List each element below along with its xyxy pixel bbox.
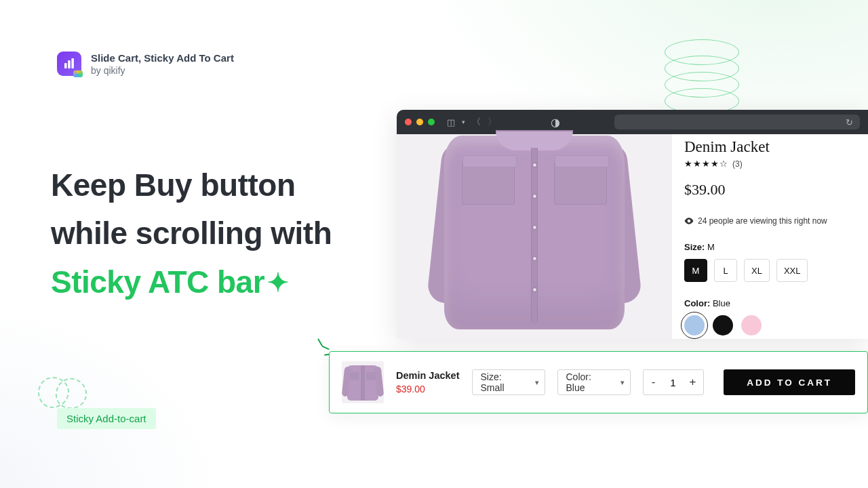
sticky-color-value: Color: Blue [566, 371, 611, 393]
size-option-m[interactable]: M [684, 259, 707, 282]
minimize-window-icon[interactable] [416, 119, 423, 125]
color-option-black[interactable] [713, 315, 733, 336]
sticky-color-select[interactable]: Color: Blue ▾ [557, 369, 631, 395]
hero-line-1: Keep Buy button [51, 167, 295, 203]
color-label: Color: Blue [684, 298, 856, 308]
color-option-pink[interactable] [741, 315, 762, 336]
sparkle-icon: ✦ [267, 268, 289, 297]
product-rating: ★★★★☆ (3) [684, 159, 856, 169]
size-option-xxl[interactable]: XXL [776, 259, 808, 282]
size-option-l[interactable]: L [714, 259, 737, 282]
chevron-down-icon: ▾ [535, 378, 539, 387]
sticky-product-thumb [342, 361, 384, 403]
add-to-cart-button[interactable]: ADD TO CART [724, 369, 855, 395]
sticky-product-price: $39.00 [396, 384, 460, 394]
browser-window: ◫ ▾ 〈 〉 ◑ ↻ Denim Jacket ★★★★☆ (3) $ [397, 110, 868, 339]
qty-decrease-button[interactable]: - [644, 370, 664, 394]
privacy-shield-icon[interactable]: ◑ [551, 116, 560, 129]
decorative-rings [665, 39, 739, 114]
svg-rect-2 [71, 58, 74, 68]
sticky-quantity-stepper: - 1 + [643, 369, 704, 395]
svg-rect-1 [68, 60, 71, 68]
decorative-blobs [38, 377, 87, 409]
traffic-lights [405, 119, 435, 125]
size-option-xl[interactable]: XL [744, 259, 770, 282]
product-image [431, 129, 638, 336]
rating-count: (3) [732, 159, 743, 169]
chevron-down-icon[interactable]: ▾ [462, 119, 465, 125]
app-subtitle: by qikify [91, 65, 234, 76]
app-title: Slide Cart, Sticky Add To Cart [91, 52, 234, 64]
svg-rect-0 [64, 63, 67, 68]
qty-increase-button[interactable]: + [683, 370, 703, 394]
product-price: $39.00 [684, 181, 856, 199]
sticky-size-value: Size: Small [481, 371, 526, 393]
close-window-icon[interactable] [405, 119, 412, 125]
viewing-text: 24 people are viewing this right now [698, 216, 827, 226]
product-image-panel [397, 134, 672, 339]
viewing-now: 24 people are viewing this right now [684, 216, 856, 226]
sticky-atc-bar: Demin Jacket $39.00 Size: Small ▾ Color:… [329, 351, 868, 413]
star-icons: ★★★★☆ [684, 159, 728, 169]
sticky-size-select[interactable]: Size: Small ▾ [472, 369, 545, 395]
size-label: Size: M [684, 242, 856, 252]
color-option-blue[interactable] [684, 315, 705, 336]
hero-accent: Sticky ATC bar [51, 264, 264, 300]
product-info: Denim Jacket ★★★★☆ (3) $39.00 24 people … [672, 134, 868, 339]
chevron-down-icon: ▾ [620, 378, 625, 387]
app-badge: Slide Cart, Sticky Add To Cart by qikify [57, 52, 234, 76]
sidebar-toggle-icon[interactable]: ◫ [447, 117, 455, 127]
hero-heading: Keep Buy button while scrolling with Sti… [51, 161, 403, 306]
reload-icon[interactable]: ↻ [846, 117, 853, 127]
maximize-window-icon[interactable] [428, 119, 435, 125]
address-bar[interactable]: ↻ [614, 115, 860, 129]
hero-line-2: while scrolling with [51, 216, 332, 251]
nav-back-icon[interactable]: 〈 [472, 116, 481, 128]
eye-icon [684, 218, 694, 224]
feature-tag: Sticky Add-to-cart [57, 408, 156, 429]
sticky-product-name: Demin Jacket [396, 370, 460, 381]
app-logo-icon [57, 52, 81, 76]
nav-forward-icon[interactable]: 〉 [488, 116, 496, 128]
qty-value: 1 [664, 377, 683, 388]
product-title: Denim Jacket [684, 138, 856, 156]
